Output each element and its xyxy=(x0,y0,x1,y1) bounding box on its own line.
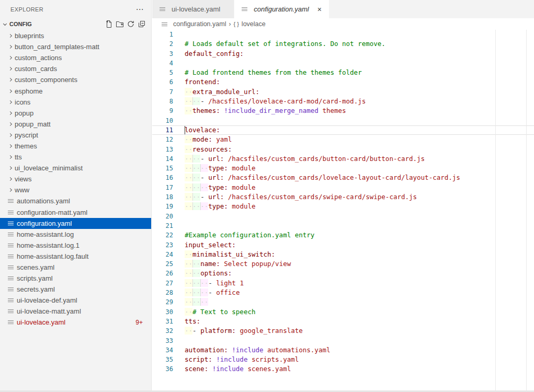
code-line[interactable]: 31tts: xyxy=(152,317,534,326)
code-text: ··extra_module_url: xyxy=(173,87,534,97)
code-text: ····options: xyxy=(173,269,534,278)
tree-folder[interactable]: popup xyxy=(0,108,151,119)
tree-file[interactable]: home-assistant.log.fault xyxy=(0,251,151,262)
tree-file[interactable]: scenes.yaml xyxy=(0,262,151,273)
code-line[interactable]: 20 xyxy=(152,212,534,221)
chevron-right-icon xyxy=(8,122,12,126)
code-line[interactable]: 36scene: !include scenes.yaml xyxy=(152,364,534,374)
tree-file[interactable]: ui-lovelace-matt.yaml xyxy=(0,306,151,317)
code-line[interactable]: 2# Loads default set of integrations. Do… xyxy=(152,39,534,49)
code-line[interactable]: 6frontend: xyxy=(152,77,534,87)
tree-file[interactable]: home-assistant.log xyxy=(0,229,151,240)
tree-file[interactable]: scripts.yaml xyxy=(0,273,151,284)
code-line[interactable]: 29······ xyxy=(152,297,534,307)
code-line[interactable]: 24··minimalist_ui_switch: xyxy=(152,250,534,259)
more-actions-icon[interactable]: ⋯ xyxy=(136,5,144,13)
code-line[interactable]: 1 xyxy=(152,30,534,39)
tree-folder[interactable]: custom_actions xyxy=(0,52,151,63)
breadcrumb-symbol[interactable]: lovelace xyxy=(242,20,266,28)
code-line[interactable]: 9··themes: !include_dir_merge_named them… xyxy=(152,106,534,116)
tree-file[interactable]: automations.yaml xyxy=(0,195,151,206)
file-label: home-assistant.log xyxy=(17,230,74,238)
tree-file[interactable]: configuration-matt.yaml xyxy=(0,207,151,218)
code-line[interactable]: 4 xyxy=(152,59,534,68)
code-text: default_config: xyxy=(173,49,534,59)
tree-folder[interactable]: ui_lovelace_minimalist xyxy=(0,163,151,174)
tree-folder[interactable]: tts xyxy=(0,152,151,163)
tree-folder[interactable]: popup_matt xyxy=(0,119,151,130)
tab-configuration-yaml[interactable]: configuration.yaml × xyxy=(234,0,329,18)
code-line[interactable]: 32··- platform: google_translate xyxy=(152,326,534,336)
tree-folder[interactable]: blueprints xyxy=(0,30,151,41)
code-line[interactable]: 5# Load frontend themes from the themes … xyxy=(152,68,534,77)
explorer-sidebar: EXPLORER ⋯ CONFIG blueprintsbutton_card_… xyxy=(0,0,152,392)
refresh-explorer-icon[interactable] xyxy=(127,20,135,28)
config-section-header[interactable]: CONFIG xyxy=(0,18,151,30)
tree-folder[interactable]: esphome xyxy=(0,85,151,96)
breadcrumb-file[interactable]: configuration.yaml xyxy=(173,20,226,28)
code-line[interactable]: 8····- /hacsfiles/lovelace-card-mod/card… xyxy=(152,97,534,106)
line-number: 11 xyxy=(152,125,173,135)
code-line[interactable]: 22#Example configuration.yaml entry xyxy=(152,230,534,240)
code-line[interactable]: 7··extra_module_url: xyxy=(152,87,534,97)
tree-folder[interactable]: icons xyxy=(0,97,151,108)
ruler-column-88 xyxy=(526,30,527,392)
file-label: home-assistant.log.1 xyxy=(17,241,79,249)
tree-file[interactable]: secrets.yaml xyxy=(0,284,151,295)
code-text xyxy=(173,336,534,345)
folder-label: blueprints xyxy=(15,32,44,40)
code-line[interactable]: 15······type: module xyxy=(152,164,534,173)
tree-folder[interactable]: themes xyxy=(0,141,151,152)
code-line[interactable]: 27······- light 1 xyxy=(152,279,534,288)
code-line[interactable]: 10 xyxy=(152,116,534,125)
tab-ui-lovelace-yaml[interactable]: ui-lovelace.yaml xyxy=(152,0,234,18)
code-line[interactable]: 30··# Text to speech xyxy=(152,307,534,317)
code-line[interactable]: 33 xyxy=(152,336,534,345)
line-number: 30 xyxy=(152,307,173,317)
tree-file[interactable]: home-assistant.log.1 xyxy=(0,240,151,251)
code-line[interactable]: 35script: !include scripts.yaml xyxy=(152,355,534,364)
tree-folder[interactable]: pyscript xyxy=(0,130,151,141)
code-line[interactable]: 17······type: module xyxy=(152,183,534,192)
tree-file[interactable]: ui-lovelace-def.yaml xyxy=(0,295,151,306)
tree-folder[interactable]: views xyxy=(0,174,151,185)
code-line[interactable]: 28······- office xyxy=(152,288,534,297)
tree-file[interactable]: configuration.yaml xyxy=(0,218,151,229)
line-number: 27 xyxy=(152,279,173,288)
yaml-file-icon xyxy=(241,6,248,13)
code-text xyxy=(173,212,534,221)
code-lines: 12# Loads default set of integrations. D… xyxy=(152,30,534,374)
chevron-right-icon xyxy=(8,56,12,60)
vscode-window: EXPLORER ⋯ CONFIG blueprintsbutton_card_… xyxy=(0,0,534,392)
code-line[interactable]: 34automation: !include automations.yaml xyxy=(152,345,534,355)
collapse-folders-icon[interactable] xyxy=(138,20,146,28)
close-icon[interactable]: × xyxy=(316,5,323,14)
yaml-file-icon xyxy=(159,6,166,13)
tree-folder[interactable]: custom_components xyxy=(0,74,151,85)
line-number: 17 xyxy=(152,183,173,192)
code-line[interactable]: 19······type: module xyxy=(152,202,534,211)
tree-folder[interactable]: www xyxy=(0,185,151,195)
code-line[interactable]: 11lovelace: xyxy=(152,125,534,135)
tree-folder[interactable]: button_card_templates-matt xyxy=(0,41,151,52)
code-line[interactable]: 26····options: xyxy=(152,269,534,278)
line-number: 7 xyxy=(152,87,173,97)
code-text: ······type: module xyxy=(173,164,534,173)
yaml-file-icon xyxy=(7,198,14,204)
code-line[interactable]: 25····name: Select popup/view xyxy=(152,259,534,269)
code-line[interactable]: 21 xyxy=(152,221,534,230)
code-line[interactable]: 13··resources: xyxy=(152,145,534,154)
code-line[interactable]: 14····- url: /hacsfiles/custom_cards/but… xyxy=(152,154,534,164)
code-line[interactable]: 18····- url: /hacsfiles/custom_cards/swi… xyxy=(152,192,534,202)
new-file-icon[interactable] xyxy=(105,20,113,28)
code-line[interactable]: 3default_config: xyxy=(152,49,534,59)
line-number: 10 xyxy=(152,116,173,125)
code-line[interactable]: 23input_select: xyxy=(152,240,534,250)
code-editor[interactable]: 12# Loads default set of integrations. D… xyxy=(152,30,534,392)
code-line[interactable]: 16····- url: /hacsfiles/custom_cards/lov… xyxy=(152,173,534,182)
tree-file[interactable]: ui-lovelace.yaml9+ xyxy=(0,317,151,328)
tree-folder[interactable]: custom_cards xyxy=(0,63,151,74)
code-line[interactable]: 12··mode: yaml xyxy=(152,135,534,144)
new-folder-icon[interactable] xyxy=(116,20,124,28)
line-number: 3 xyxy=(152,49,173,59)
